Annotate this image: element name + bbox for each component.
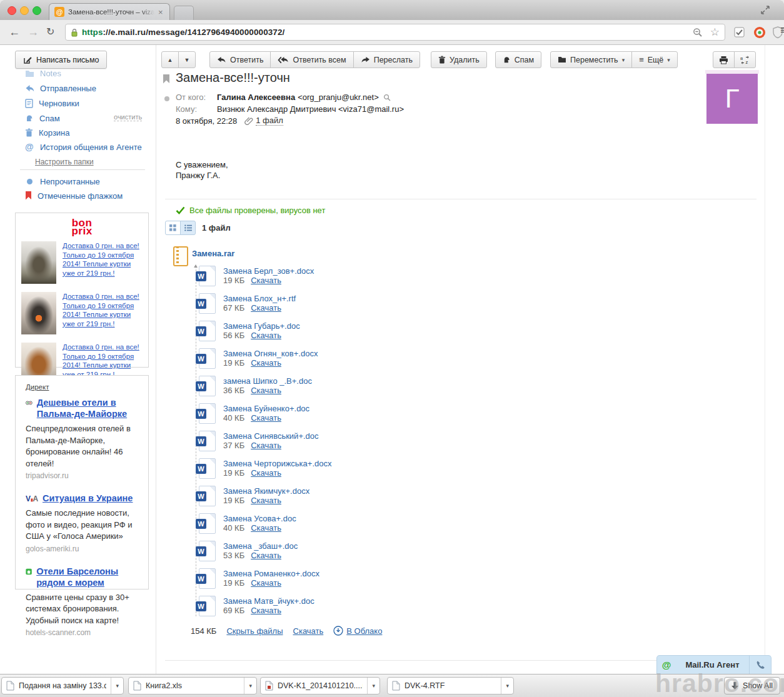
direct-ad-title-link[interactable]: Дешевые отели в Пальма-де-Майорке	[37, 397, 139, 419]
attachment-name-link[interactable]: Замена Блох_н+.rtf	[223, 294, 296, 303]
files-badge-link[interactable]: 1 файл	[256, 116, 283, 126]
sender-name[interactable]: Галина Алексеевна	[217, 93, 295, 102]
archive-name-link[interactable]: Замена.rar	[192, 249, 234, 258]
direct-title-link[interactable]: Директ	[26, 383, 49, 391]
direct-ad-title-link[interactable]: Ситуация в Украине	[43, 493, 133, 504]
chevron-down-icon[interactable]: ▾	[367, 678, 375, 694]
attachment-name-link[interactable]: Замена Усова+.doc	[223, 514, 296, 523]
list-view-icon[interactable]	[180, 221, 196, 235]
bonprix-ad-item[interactable]: Доставка 0 грн. на все! Только до 19 окт…	[21, 292, 143, 334]
attachment-download-link[interactable]: Скачать	[251, 606, 281, 615]
reply-all-button[interactable]: Ответить всем	[270, 51, 353, 68]
direct-ad-title-link[interactable]: Отели Барселоны рядом с морем	[36, 566, 139, 588]
translate-button[interactable]: я z	[734, 51, 756, 68]
attachment-download-link[interactable]: Скачать	[251, 276, 281, 285]
sender-avatar[interactable]: Г	[706, 74, 758, 124]
sidebar-item-agent-history[interactable]: @ История общения в Агенте	[25, 141, 142, 153]
hide-files-link[interactable]: Скрыть файлы	[226, 626, 283, 636]
attachment-download-link[interactable]: Скачать	[251, 303, 281, 313]
next-message-button[interactable]: ▼	[178, 51, 196, 68]
attachment-download-link[interactable]: Скачать	[251, 386, 281, 395]
read-status-dot[interactable]	[164, 96, 169, 101]
move-button[interactable]: Переместить ▾	[550, 51, 632, 68]
attachment-name-link[interactable]: Замена Черторижська+.docx	[223, 459, 331, 468]
chevron-down-icon[interactable]: ▾	[111, 678, 119, 694]
download-all-link[interactable]: Скачать	[293, 626, 324, 636]
bonprix-ad-link[interactable]: Доставка 0 грн. на все! Только до 19 окт…	[63, 292, 143, 334]
sidebar-item-drafts[interactable]: Черновики	[25, 98, 79, 109]
sidebar-item-notes[interactable]: Notes	[25, 68, 61, 79]
download-item[interactable]: Книга2.xls ▾	[128, 677, 257, 694]
attachment-name-link[interactable]: Замена Синявський+.doc	[223, 431, 319, 441]
bonprix-ad-item[interactable]: Доставка 0 грн. на все! Только до 19 окт…	[21, 241, 143, 284]
bookmark-star-icon[interactable]: ☆	[710, 26, 720, 39]
back-icon[interactable]: ←	[9, 24, 20, 39]
chrome-menu-icon[interactable]: ≡	[780, 24, 784, 37]
configure-folders-link[interactable]: Настроить папки	[35, 158, 94, 166]
attachment-download-link[interactable]: Скачать	[251, 551, 281, 560]
forward-button[interactable]: Переслать	[353, 51, 420, 68]
chevron-down-icon[interactable]: ▾	[244, 678, 252, 694]
tab-close-icon[interactable]: ×	[158, 8, 163, 16]
attachment-download-link[interactable]: Скачать	[251, 441, 281, 450]
chevron-down-icon[interactable]: ▾	[501, 678, 509, 694]
close-window-button[interactable]	[8, 6, 16, 15]
recipient[interactable]: Визнюк Александр Дмитриевич <viza71@mail…	[217, 104, 404, 114]
sidebar-item-spam[interactable]: Спам	[25, 113, 60, 124]
save-to-cloud[interactable]: В Облако	[333, 626, 382, 636]
reload-icon[interactable]: ↻	[46, 24, 54, 39]
grid-view-icon[interactable]	[165, 221, 181, 235]
attachment-name-link[interactable]: Замена Губарь+.doc	[223, 321, 300, 331]
search-sender-icon[interactable]	[383, 94, 391, 101]
spam-button[interactable]: Спам	[495, 51, 541, 68]
sidebar-item-unread[interactable]: Непрочитанные	[25, 176, 100, 187]
reply-button[interactable]: Ответить	[209, 51, 271, 68]
more-button[interactable]: ≡ Ещё ▾	[631, 51, 678, 68]
from-row: От кого: Галина Алексеевна <org_pranju@u…	[176, 93, 391, 102]
address-bar[interactable]: https://e.mail.ru/message/14127964940000…	[65, 24, 725, 41]
sidebar-item-flagged[interactable]: Отмеченные флажком	[25, 190, 123, 201]
bonprix-ad-link[interactable]: Доставка 0 грн. на все! Только до 19 окт…	[63, 241, 143, 284]
prev-message-button[interactable]: ▲	[161, 51, 179, 68]
attachment-name-link[interactable]: Замена Буйненко+.doc	[223, 404, 309, 413]
attachment-download-link[interactable]: Скачать	[251, 413, 281, 423]
attachment-name-link[interactable]: Замена Матв_йчук+.doc	[223, 596, 314, 606]
attachment-name-link[interactable]: Замена _збаш+.doc	[223, 541, 298, 551]
show-all-downloads-button[interactable]: Show All	[724, 677, 780, 694]
print-button[interactable]	[713, 51, 735, 68]
minimize-window-button[interactable]	[20, 6, 29, 15]
browser-tab[interactable]: @ Замена-все!!!-уточн – viza ×	[49, 3, 170, 20]
svg-text:A: A	[33, 494, 38, 503]
sender-email[interactable]: <org_pranju@ukr.net>	[298, 93, 379, 102]
attachment-name-link[interactable]: замена Шипко _.В+.doc	[223, 376, 312, 386]
mailru-agent-widget[interactable]: @ Mail.Ru Агент	[656, 655, 771, 674]
download-item[interactable]: DVK-4.RTF ▾	[387, 677, 514, 694]
attachment-name-link[interactable]: Замена Якимчук+.docx	[223, 486, 309, 496]
zoom-out-page-icon[interactable]	[693, 28, 703, 38]
zoom-window-button[interactable]	[33, 6, 41, 15]
attachment-download-link[interactable]: Скачать	[251, 578, 281, 588]
attachment-download-link[interactable]: Скачать	[251, 358, 281, 368]
compose-button[interactable]: Написать письмо	[15, 51, 107, 69]
download-item[interactable]: Подання на заміну 133.doc ▾	[1, 677, 124, 694]
attachment-download-link[interactable]: Скачать	[251, 331, 281, 340]
mailru-agent-extension-icon[interactable]	[753, 26, 766, 39]
delete-button[interactable]: Удалить	[431, 51, 487, 68]
attachment-name-link[interactable]: Замена Берл_зов+.docx	[223, 266, 314, 276]
sidebar-item-sent[interactable]: Отправленные	[25, 83, 96, 94]
attachment-download-link[interactable]: Скачать	[251, 523, 281, 533]
attachment-name-link[interactable]: Замена Огнян_ков+.docx	[223, 349, 318, 358]
ad-thumbnail-image	[21, 241, 56, 284]
attachment-download-link[interactable]: Скачать	[251, 496, 281, 505]
phone-icon[interactable]	[749, 656, 771, 674]
new-tab-button[interactable]	[174, 6, 194, 20]
word-file-icon: W	[199, 486, 216, 506]
fullscreen-icon[interactable]	[760, 5, 770, 15]
sidebar-item-trash[interactable]: Корзина	[25, 127, 70, 138]
notes-extension-icon[interactable]	[733, 26, 746, 39]
subject-flag-icon[interactable]	[163, 74, 170, 84]
download-item[interactable]: DVK-K1_2014101210....rtf ▾	[260, 677, 380, 694]
attachment-name-link[interactable]: Замена Романенко+.docx	[223, 569, 319, 578]
clear-spam-link[interactable]: очистить	[114, 113, 142, 121]
attachment-download-link[interactable]: Скачать	[251, 468, 281, 478]
